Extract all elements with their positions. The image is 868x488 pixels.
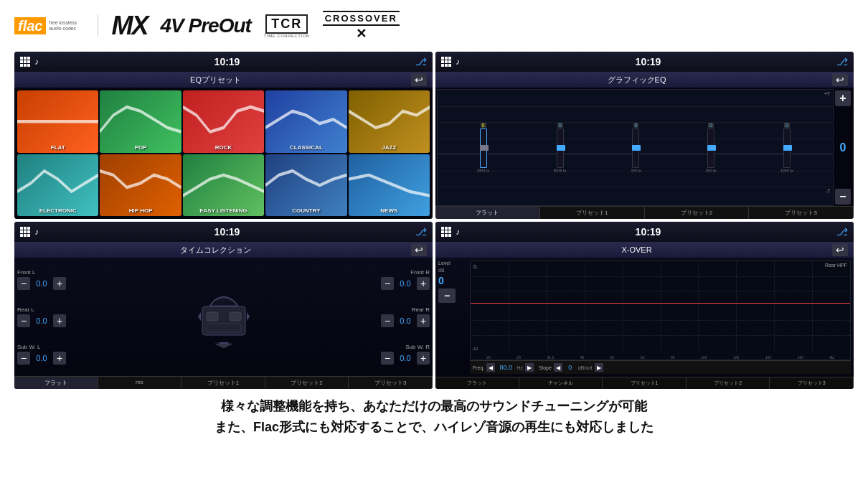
geq-body: +7 -7 0 — [435, 88, 854, 206]
geq-db-bottom: -7 — [826, 189, 830, 194]
tab-preset2-2[interactable]: プリセット2 — [645, 207, 750, 219]
preset-rock[interactable]: ROCK — [183, 90, 264, 153]
tc-subwl-label: Sub W. L — [17, 344, 189, 350]
flac-badge: flac — [14, 17, 46, 34]
geq-slider-10k[interactable]: 0 10KHz — [780, 123, 793, 173]
tc-subwl-val: 0.0 — [32, 354, 52, 362]
preset-jazz[interactable]: JAZZ — [349, 90, 430, 153]
tab-flat-3[interactable]: フラット — [14, 377, 98, 389]
tc-rearr-label: Rear R — [259, 306, 430, 313]
preset-classical[interactable]: CLASSICAL — [265, 90, 346, 153]
tab-preset1-4[interactable]: プリセット1 — [603, 377, 687, 389]
xover-freq-prev[interactable]: ◀ — [486, 363, 495, 372]
xover-slope-next[interactable]: ▶ — [595, 363, 603, 372]
preset-news[interactable]: NEWS — [349, 154, 430, 217]
preset-electronic[interactable]: ELECTRONIC — [17, 154, 98, 217]
preset-country-label: COUNTRY — [292, 207, 320, 214]
tab-channel[interactable]: チャンネル — [519, 377, 603, 389]
tc-left-controls: Front L − 0.0 + Rear L − 0.0 + — [17, 261, 189, 373]
tab-preset3-2[interactable]: プリセット3 — [749, 207, 854, 219]
geq-val-10k: 0 — [784, 123, 790, 128]
geq-val-1k: 0 — [633, 123, 639, 128]
tc-rearl-val: 0.0 — [32, 316, 52, 325]
tab-preset2-3[interactable]: プリセット2 — [265, 377, 349, 389]
tc-rearr-minus[interactable]: − — [381, 314, 394, 327]
preset-country[interactable]: COUNTRY — [265, 154, 346, 217]
screen3-title: タイムコレクション — [20, 245, 411, 255]
tab-preset1-3[interactable]: プリセット1 — [181, 377, 265, 389]
xover-hpf-label: Rear HPF — [825, 263, 847, 268]
screen1-title: EQプリセット — [20, 75, 411, 85]
tab-ms[interactable]: ms — [98, 377, 182, 389]
tc-frontr-minus[interactable]: − — [381, 277, 394, 290]
tc-subwr-row: − 0.0 + — [259, 352, 430, 365]
screen2-title: グラフィックEQ — [441, 75, 832, 85]
tc-frontr-plus[interactable]: + — [417, 277, 430, 290]
tc-rearl-row: − 0.0 + — [17, 314, 189, 327]
screen4-back[interactable]: ↩ — [832, 243, 848, 256]
tc-rearl-label: Rear L — [17, 306, 189, 313]
tc-rearr-plus[interactable]: + — [417, 314, 430, 327]
xover-freq-next[interactable]: ▶ — [525, 363, 534, 372]
preset-electronic-label: ELECTRONIC — [39, 207, 77, 214]
geq-slider-250[interactable]: 0 250Hz — [477, 123, 489, 173]
tab-preset3-3[interactable]: プリセット3 — [349, 377, 433, 389]
preset-hiphop[interactable]: HIP HOP — [100, 154, 181, 217]
crossover-logo: CROSSOVER ✕ — [323, 11, 400, 42]
screen1-back[interactable]: ↩ — [411, 73, 427, 86]
tc-frontl-minus[interactable]: − — [17, 277, 30, 290]
screen-xover: ♪ 10:19 ⎇ X-OVER ↩ Level dB 0 − — [435, 222, 854, 389]
geq-track-500 — [557, 128, 564, 168]
tc-rearl-plus[interactable]: + — [53, 314, 66, 327]
screen2-back[interactable]: ↩ — [832, 73, 848, 86]
screen-time-correction: ♪ 10:19 ⎇ タイムコレクション ↩ Front L − 0.0 — [14, 222, 433, 389]
tc-subwr-plus[interactable]: + — [417, 352, 430, 365]
xover-slope-unit: dB/oct — [578, 365, 593, 370]
xover-freq-val: 80.0 — [497, 364, 514, 371]
tc-rearr-group: Rear R − 0.0 + — [259, 306, 430, 327]
grid-icon-3 — [20, 227, 30, 237]
tab-flat-4[interactable]: フラット — [435, 377, 519, 389]
preset-flat[interactable]: FLAT — [17, 90, 98, 153]
svg-marker-4 — [198, 312, 201, 321]
tab-preset1-2[interactable]: プリセット1 — [540, 207, 645, 219]
tab-preset3-4[interactable]: プリセット3 — [770, 377, 854, 389]
screen4-time: 10:19 — [636, 226, 661, 238]
xover-slope-prev[interactable]: ◀ — [554, 363, 562, 372]
tc-subwl-minus[interactable]: − — [17, 352, 30, 365]
xover-graph: Rear HPF 0. — [470, 261, 851, 360]
flac-subtitle: free lossless audio codec — [49, 20, 85, 31]
screen1-titlebar: EQプリセット ↩ — [14, 72, 433, 88]
tab-preset2-4[interactable]: プリセット2 — [687, 377, 770, 389]
screen-graphic-eq: ♪ 10:19 ⎇ グラフィックEQ ↩ +7 -7 — [435, 52, 854, 219]
geq-val-3k: 0 — [708, 123, 714, 128]
tc-subwr-minus[interactable]: − — [381, 352, 394, 365]
screen3-back[interactable]: ↩ — [411, 243, 427, 256]
xover-level-label: Level — [438, 261, 467, 266]
xover-db-label: dB — [438, 268, 467, 273]
tc-subwr-label: Sub W. R — [259, 344, 430, 350]
divider-1 — [98, 15, 98, 37]
geq-chart: +7 -7 0 — [437, 89, 834, 206]
preset-easy[interactable]: EASY LISTENING — [183, 154, 264, 217]
geq-thumb-1k — [632, 145, 641, 151]
geq-slider-3k[interactable]: 0 3KHz — [706, 123, 717, 173]
xover-slope-val: 0 — [565, 364, 576, 371]
tc-subwl-plus[interactable]: + — [53, 352, 66, 365]
tc-frontl-plus[interactable]: + — [53, 277, 66, 290]
preset-pop[interactable]: POP — [100, 90, 181, 153]
tcr-text: TCR — [265, 14, 308, 34]
tc-body: Front L − 0.0 + Rear L − 0.0 + — [14, 258, 433, 376]
geq-slider-500[interactable]: 0 500Hz — [554, 123, 566, 173]
tc-right-controls: Front R − 0.0 + Rear R − 0.0 + — [259, 261, 430, 373]
geq-slider-1k[interactable]: 0 1KHz — [631, 123, 641, 173]
screen4-titlebar: X-OVER ↩ — [435, 242, 854, 258]
header: flac free lossless audio codec MX 4V Pre… — [0, 0, 868, 52]
xover-level-minus[interactable]: − — [438, 288, 456, 303]
tc-rearl-minus[interactable]: − — [17, 314, 30, 327]
tab-flat-2[interactable]: フラット — [435, 207, 540, 219]
geq-minus-btn[interactable]: − — [835, 189, 851, 205]
geq-plus-btn[interactable]: + — [835, 90, 851, 106]
screen3-titlebar: タイムコレクション ↩ — [14, 242, 433, 258]
tc-frontl-val: 0.0 — [32, 279, 52, 288]
